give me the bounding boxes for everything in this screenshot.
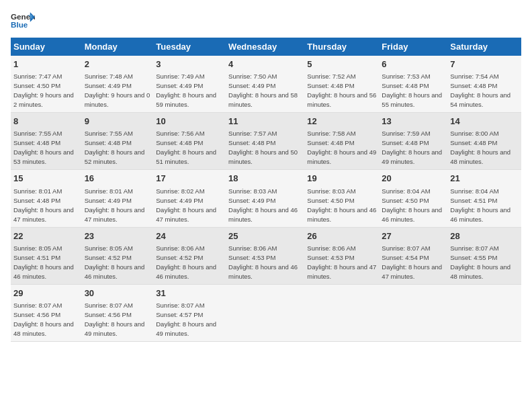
day-number: 17 bbox=[156, 173, 223, 185]
calendar-cell: 28Sunrise: 8:07 AMSunset: 4:55 PMDayligh… bbox=[447, 227, 521, 284]
week-row-5: 29Sunrise: 8:07 AMSunset: 4:56 PMDayligh… bbox=[11, 284, 521, 341]
calendar-cell: 11Sunrise: 7:57 AMSunset: 4:48 PMDayligh… bbox=[226, 113, 304, 170]
day-number: 9 bbox=[85, 116, 151, 128]
header-row: SundayMondayTuesdayWednesdayThursdayFrid… bbox=[11, 38, 521, 56]
sunrise: Sunrise: 8:01 AMSunset: 4:48 PMDaylight:… bbox=[13, 187, 74, 223]
sunrise: Sunrise: 7:54 AMSunset: 4:48 PMDaylight:… bbox=[450, 73, 511, 108]
calendar-cell: 9Sunrise: 7:55 AMSunset: 4:48 PMDaylight… bbox=[82, 113, 154, 170]
sunrise: Sunrise: 8:06 AMSunset: 4:53 PMDaylight:… bbox=[228, 244, 298, 280]
day-number: 8 bbox=[13, 116, 79, 128]
day-number: 23 bbox=[85, 230, 151, 242]
calendar-cell: 10Sunrise: 7:56 AMSunset: 4:48 PMDayligh… bbox=[153, 113, 226, 170]
calendar-cell: 18Sunrise: 8:03 AMSunset: 4:49 PMDayligh… bbox=[226, 170, 304, 227]
calendar-cell bbox=[226, 284, 304, 341]
sunrise: Sunrise: 8:07 AMSunset: 4:56 PMDaylight:… bbox=[13, 302, 74, 337]
sunrise: Sunrise: 7:53 AMSunset: 4:48 PMDaylight:… bbox=[382, 73, 442, 108]
sunrise: Sunrise: 7:49 AMSunset: 4:49 PMDaylight:… bbox=[156, 73, 216, 108]
day-number: 2 bbox=[85, 58, 151, 71]
sunrise: Sunrise: 7:48 AMSunset: 4:49 PMDaylight:… bbox=[85, 73, 150, 108]
day-number: 13 bbox=[382, 116, 445, 128]
day-number: 15 bbox=[13, 173, 79, 185]
day-number: 5 bbox=[307, 58, 376, 71]
calendar-cell bbox=[447, 284, 521, 341]
day-number: 20 bbox=[382, 173, 445, 185]
sunrise: Sunrise: 8:07 AMSunset: 4:55 PMDaylight:… bbox=[450, 244, 511, 280]
calendar-cell: 25Sunrise: 8:06 AMSunset: 4:53 PMDayligh… bbox=[226, 227, 304, 284]
header-cell-friday: Friday bbox=[379, 38, 447, 56]
week-row-4: 22Sunrise: 8:05 AMSunset: 4:51 PMDayligh… bbox=[11, 227, 521, 284]
sunrise: Sunrise: 8:01 AMSunset: 4:49 PMDaylight:… bbox=[85, 187, 145, 223]
calendar-cell: 26Sunrise: 8:06 AMSunset: 4:53 PMDayligh… bbox=[304, 227, 379, 284]
sunrise: Sunrise: 8:04 AMSunset: 4:51 PMDaylight:… bbox=[450, 187, 511, 223]
calendar-cell: 31Sunrise: 8:07 AMSunset: 4:57 PMDayligh… bbox=[153, 284, 226, 341]
logo: General Blue bbox=[11, 11, 35, 30]
day-number: 4 bbox=[228, 58, 302, 71]
day-number: 25 bbox=[228, 230, 302, 242]
header-cell-saturday: Saturday bbox=[447, 38, 521, 56]
week-row-3: 15Sunrise: 8:01 AMSunset: 4:48 PMDayligh… bbox=[11, 170, 521, 227]
day-number: 22 bbox=[13, 230, 79, 242]
header-cell-wednesday: Wednesday bbox=[226, 38, 304, 56]
calendar-cell: 24Sunrise: 8:06 AMSunset: 4:52 PMDayligh… bbox=[153, 227, 226, 284]
sunrise: Sunrise: 7:55 AMSunset: 4:48 PMDaylight:… bbox=[85, 130, 145, 165]
calendar-cell: 13Sunrise: 7:59 AMSunset: 4:48 PMDayligh… bbox=[379, 113, 447, 170]
sunrise: Sunrise: 7:52 AMSunset: 4:48 PMDaylight:… bbox=[307, 73, 376, 108]
day-number: 11 bbox=[228, 116, 302, 128]
day-number: 18 bbox=[228, 173, 302, 185]
day-number: 28 bbox=[450, 230, 519, 242]
calendar-cell: 6Sunrise: 7:53 AMSunset: 4:48 PMDaylight… bbox=[379, 56, 447, 113]
day-number: 16 bbox=[85, 173, 151, 185]
day-number: 7 bbox=[450, 58, 519, 71]
day-number: 3 bbox=[156, 58, 223, 71]
calendar-cell: 23Sunrise: 8:05 AMSunset: 4:52 PMDayligh… bbox=[82, 227, 154, 284]
day-number: 30 bbox=[85, 287, 151, 300]
sunrise: Sunrise: 8:04 AMSunset: 4:50 PMDaylight:… bbox=[382, 187, 442, 223]
week-row-1: 1Sunrise: 7:47 AMSunset: 4:50 PMDaylight… bbox=[11, 56, 521, 113]
calendar-cell: 15Sunrise: 8:01 AMSunset: 4:48 PMDayligh… bbox=[11, 170, 82, 227]
sunrise: Sunrise: 8:07 AMSunset: 4:56 PMDaylight:… bbox=[85, 302, 145, 337]
calendar-cell: 5Sunrise: 7:52 AMSunset: 4:48 PMDaylight… bbox=[304, 56, 379, 113]
sunrise: Sunrise: 8:07 AMSunset: 4:54 PMDaylight:… bbox=[382, 244, 442, 280]
calendar-table: SundayMondayTuesdayWednesdayThursdayFrid… bbox=[11, 38, 521, 342]
day-number: 1 bbox=[13, 58, 79, 71]
calendar-cell: 21Sunrise: 8:04 AMSunset: 4:51 PMDayligh… bbox=[447, 170, 521, 227]
sunrise: Sunrise: 7:55 AMSunset: 4:48 PMDaylight:… bbox=[13, 130, 74, 165]
day-number: 21 bbox=[450, 173, 519, 185]
logo-icon: General Blue bbox=[11, 11, 35, 30]
calendar-cell: 14Sunrise: 8:00 AMSunset: 4:48 PMDayligh… bbox=[447, 113, 521, 170]
calendar-cell: 30Sunrise: 8:07 AMSunset: 4:56 PMDayligh… bbox=[82, 284, 154, 341]
calendar-cell: 7Sunrise: 7:54 AMSunset: 4:48 PMDaylight… bbox=[447, 56, 521, 113]
sunrise: Sunrise: 7:57 AMSunset: 4:48 PMDaylight:… bbox=[228, 130, 298, 165]
sunrise: Sunrise: 8:03 AMSunset: 4:50 PMDaylight:… bbox=[307, 187, 376, 223]
calendar-cell: 19Sunrise: 8:03 AMSunset: 4:50 PMDayligh… bbox=[304, 170, 379, 227]
calendar-cell: 16Sunrise: 8:01 AMSunset: 4:49 PMDayligh… bbox=[82, 170, 154, 227]
day-number: 24 bbox=[156, 230, 223, 242]
calendar-cell bbox=[379, 284, 447, 341]
header-cell-tuesday: Tuesday bbox=[153, 38, 226, 56]
sunrise: Sunrise: 7:58 AMSunset: 4:48 PMDaylight:… bbox=[307, 130, 376, 165]
sunrise: Sunrise: 7:50 AMSunset: 4:49 PMDaylight:… bbox=[228, 73, 298, 108]
calendar-cell: 17Sunrise: 8:02 AMSunset: 4:49 PMDayligh… bbox=[153, 170, 226, 227]
week-row-2: 8Sunrise: 7:55 AMSunset: 4:48 PMDaylight… bbox=[11, 113, 521, 170]
sunrise: Sunrise: 8:02 AMSunset: 4:49 PMDaylight:… bbox=[156, 187, 216, 223]
calendar-cell: 4Sunrise: 7:50 AMSunset: 4:49 PMDaylight… bbox=[226, 56, 304, 113]
header-cell-monday: Monday bbox=[82, 38, 154, 56]
calendar-cell: 12Sunrise: 7:58 AMSunset: 4:48 PMDayligh… bbox=[304, 113, 379, 170]
header-cell-sunday: Sunday bbox=[11, 38, 82, 56]
day-number: 27 bbox=[382, 230, 445, 242]
day-number: 19 bbox=[307, 173, 376, 185]
sunrise: Sunrise: 7:59 AMSunset: 4:48 PMDaylight:… bbox=[382, 130, 442, 165]
sunrise: Sunrise: 8:06 AMSunset: 4:53 PMDaylight:… bbox=[307, 244, 376, 280]
calendar-cell: 22Sunrise: 8:05 AMSunset: 4:51 PMDayligh… bbox=[11, 227, 82, 284]
header-cell-thursday: Thursday bbox=[304, 38, 379, 56]
page-header: General Blue bbox=[11, 11, 521, 30]
day-number: 10 bbox=[156, 116, 223, 128]
sunrise: Sunrise: 8:05 AMSunset: 4:52 PMDaylight:… bbox=[85, 244, 145, 280]
day-number: 6 bbox=[382, 58, 445, 71]
sunrise: Sunrise: 7:56 AMSunset: 4:48 PMDaylight:… bbox=[156, 130, 216, 165]
sunrise: Sunrise: 8:00 AMSunset: 4:48 PMDaylight:… bbox=[450, 130, 511, 165]
calendar-cell: 3Sunrise: 7:49 AMSunset: 4:49 PMDaylight… bbox=[153, 56, 226, 113]
calendar-cell: 20Sunrise: 8:04 AMSunset: 4:50 PMDayligh… bbox=[379, 170, 447, 227]
sunrise: Sunrise: 8:06 AMSunset: 4:52 PMDaylight:… bbox=[156, 244, 216, 280]
calendar-cell: 8Sunrise: 7:55 AMSunset: 4:48 PMDaylight… bbox=[11, 113, 82, 170]
